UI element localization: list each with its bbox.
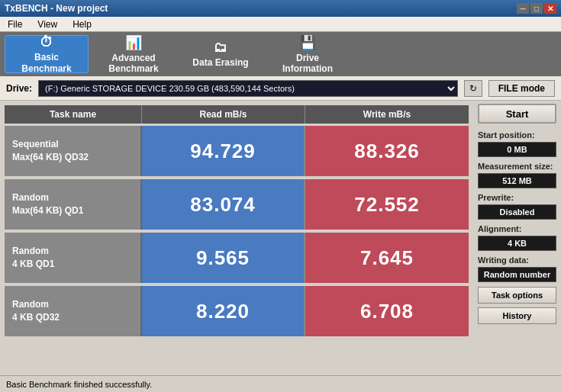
header-read: Read mB/s <box>142 105 305 124</box>
title-bar: TxBENCH - New project ─ □ ✕ <box>0 0 561 17</box>
drive-bar: Drive: (F:) Generic STORAGE DEVICE 230.5… <box>0 76 561 101</box>
prewrite-value: Disabled <box>478 204 556 220</box>
benchmark-area: Task name Read mB/s Write mB/s Sequentia… <box>0 101 473 375</box>
main-content: Task name Read mB/s Write mB/s Sequentia… <box>0 101 561 375</box>
row4-read: 8.220 <box>142 286 305 336</box>
start-position-value: 0 MB <box>478 142 556 157</box>
alignment-value: 4 KB <box>478 236 556 251</box>
tab-basic-benchmark[interactable]: ⏱ BasicBenchmark <box>5 35 89 73</box>
row3-write: 7.645 <box>305 233 469 283</box>
row2-read: 83.074 <box>142 179 305 230</box>
row1-write: 88.326 <box>305 126 469 176</box>
window-controls: ─ □ ✕ <box>517 3 556 14</box>
header-task-name: Task name <box>5 105 142 124</box>
status-text: Basic Benchmark finished successfully. <box>6 380 152 389</box>
prewrite-label: Prewrite: <box>478 193 556 202</box>
tab-advanced-label: AdvancedBenchmark <box>108 53 158 75</box>
measurement-size-value: 512 MB <box>478 173 556 188</box>
benchmark-row-4: Random4 KB QD32 8.220 6.708 <box>5 286 469 336</box>
menu-help[interactable]: Help <box>68 18 96 31</box>
alignment-label: Alignment: <box>478 224 556 233</box>
drive-select[interactable]: (F:) Generic STORAGE DEVICE 230.59 GB (4… <box>38 80 458 97</box>
row1-read: 94.729 <box>142 126 305 176</box>
menu-bar: File View Help <box>0 17 561 32</box>
close-button[interactable]: ✕ <box>544 3 556 14</box>
status-bar: Basic Benchmark finished successfully. <box>0 375 561 392</box>
tab-drive-information[interactable]: 💾 DriveInformation <box>266 35 350 73</box>
advanced-benchmark-icon: 📊 <box>125 34 142 51</box>
task-options-button[interactable]: Task options <box>478 287 556 304</box>
maximize-button[interactable]: □ <box>530 3 543 14</box>
tab-erasing-label: Data Erasing <box>192 57 248 68</box>
start-button[interactable]: Start <box>478 104 556 124</box>
tab-advanced-benchmark[interactable]: 📊 AdvancedBenchmark <box>92 35 176 73</box>
tab-bar: ⏱ BasicBenchmark 📊 AdvancedBenchmark 🗂 D… <box>0 32 561 76</box>
row1-name: SequentialMax(64 KB) QD32 <box>5 126 142 176</box>
start-position-label: Start position: <box>478 130 556 140</box>
history-button[interactable]: History <box>478 307 556 324</box>
right-panel: Start Start position: 0 MB Measurement s… <box>473 101 561 375</box>
row3-name: Random4 KB QD1 <box>5 233 142 283</box>
header-write: Write mB/s <box>305 105 469 124</box>
basic-benchmark-icon: ⏱ <box>40 34 53 50</box>
file-mode-button[interactable]: FILE mode <box>488 80 555 97</box>
row4-write: 6.708 <box>305 286 469 336</box>
row4-name: Random4 KB QD32 <box>5 286 142 336</box>
window-title: TxBENCH - New project <box>5 3 108 14</box>
benchmark-row-2: RandomMax(64 KB) QD1 83.074 72.552 <box>5 179 469 230</box>
benchmark-header: Task name Read mB/s Write mB/s <box>5 105 469 124</box>
writing-data-value: Random number <box>478 267 556 282</box>
tab-basic-label: BasicBenchmark <box>21 52 71 74</box>
row2-name: RandomMax(64 KB) QD1 <box>5 179 142 230</box>
row3-read: 9.565 <box>142 233 305 283</box>
menu-file[interactable]: File <box>3 18 27 31</box>
tab-data-erasing[interactable]: 🗂 Data Erasing <box>179 35 263 73</box>
benchmark-row-1: SequentialMax(64 KB) QD32 94.729 88.326 <box>5 126 469 176</box>
tab-drive-label: DriveInformation <box>282 53 333 75</box>
menu-view[interactable]: View <box>33 18 62 31</box>
drive-information-icon: 💾 <box>299 34 316 51</box>
drive-refresh-button[interactable]: ↻ <box>464 80 482 97</box>
measurement-size-label: Measurement size: <box>478 162 556 171</box>
minimize-button[interactable]: ─ <box>517 3 529 14</box>
benchmark-row-3: Random4 KB QD1 9.565 7.645 <box>5 233 469 283</box>
writing-data-label: Writing data: <box>478 255 556 265</box>
data-erasing-icon: 🗂 <box>214 40 227 56</box>
row2-write: 72.552 <box>305 179 469 230</box>
drive-label: Drive: <box>6 83 32 94</box>
